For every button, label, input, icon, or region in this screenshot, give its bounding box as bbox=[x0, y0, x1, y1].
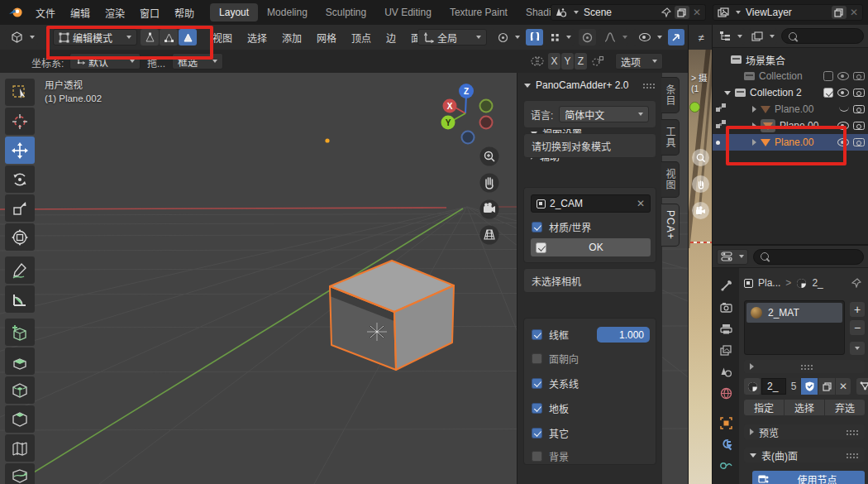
ok-button[interactable]: OK bbox=[531, 238, 651, 256]
symmetry-icon[interactable] bbox=[531, 55, 544, 67]
material-slot-row[interactable]: 2_MAT bbox=[746, 303, 842, 323]
outliner-display-mode-dropdown[interactable] bbox=[717, 28, 745, 45]
viewport-nav-buttons[interactable] bbox=[478, 146, 501, 253]
tab-layout[interactable]: Layout bbox=[210, 3, 258, 22]
menu-edit[interactable]: 编辑 bbox=[63, 3, 98, 22]
tab-render-properties[interactable] bbox=[713, 296, 739, 318]
loop-cut-tool[interactable] bbox=[5, 434, 35, 462]
copy-material-button[interactable] bbox=[818, 378, 835, 395]
preview-panel-header[interactable]: 预览 bbox=[744, 424, 865, 439]
tab-modeling[interactable]: Modeling bbox=[258, 3, 317, 22]
menu-vertex[interactable]: 顶点 bbox=[344, 28, 379, 46]
outliner-search[interactable] bbox=[781, 28, 864, 44]
drag-label[interactable]: 拖... bbox=[147, 55, 165, 69]
expand-icon[interactable] bbox=[752, 139, 756, 146]
snap-settings-icon[interactable] bbox=[592, 55, 604, 66]
breadcrumb-object[interactable]: Pla... bbox=[758, 277, 780, 289]
knife-tool[interactable] bbox=[5, 463, 35, 484]
mini-zoom-button[interactable] bbox=[692, 149, 709, 166]
outliner-row-plane-b[interactable]: Plane.00 bbox=[713, 117, 868, 134]
menu-window[interactable]: 窗口 bbox=[132, 3, 167, 22]
tab-viewlayer-properties[interactable] bbox=[713, 339, 739, 361]
cursor-tool[interactable] bbox=[5, 108, 35, 135]
extrude-region-tool[interactable] bbox=[5, 347, 35, 375]
scene-icon[interactable] bbox=[556, 7, 567, 17]
hide-eye-icon[interactable] bbox=[837, 72, 849, 80]
assign-button[interactable]: 指定 bbox=[744, 400, 784, 415]
scale-tool[interactable] bbox=[5, 194, 35, 222]
hide-eye-icon[interactable] bbox=[837, 122, 849, 130]
inset-faces-tool[interactable] bbox=[5, 376, 35, 404]
menu-edge[interactable]: 边 bbox=[379, 28, 403, 46]
proportional-edit-button[interactable] bbox=[579, 29, 596, 46]
relation-lines-checkbox[interactable] bbox=[532, 378, 542, 389]
properties-search[interactable] bbox=[753, 249, 864, 265]
vertex-select-button[interactable] bbox=[141, 29, 159, 46]
clear-camera-icon[interactable]: ✕ bbox=[637, 199, 645, 208]
remove-slot-button[interactable]: − bbox=[850, 320, 865, 335]
outliner-row-collection1[interactable]: Collection bbox=[713, 68, 868, 84]
tweak-select-tool[interactable] bbox=[5, 79, 35, 106]
mode-dropdown[interactable]: 编辑模式 bbox=[53, 29, 137, 46]
viewport-3d[interactable]: 用户透视 (1) Plane.002 Z X Y bbox=[0, 73, 688, 484]
transform-tool[interactable] bbox=[5, 223, 35, 251]
floor-row[interactable]: 地板 bbox=[532, 401, 569, 415]
material-name-field[interactable]: 2_ bbox=[761, 378, 786, 395]
move-tool[interactable] bbox=[5, 137, 35, 164]
menu-mesh[interactable]: 网格 bbox=[309, 28, 344, 46]
wireframe-checkbox[interactable] bbox=[532, 329, 542, 340]
breadcrumb-material[interactable]: 2_ bbox=[812, 277, 823, 289]
tab-uv-editing[interactable]: UV Editing bbox=[375, 3, 441, 22]
tab-scene-properties[interactable] bbox=[713, 361, 739, 382]
blender-logo-icon[interactable] bbox=[8, 7, 23, 18]
disable-render-icon[interactable] bbox=[853, 89, 865, 97]
language-dropdown[interactable]: 简体中文 bbox=[559, 106, 649, 122]
drag-mode-dropdown[interactable]: 框选 bbox=[172, 53, 223, 69]
tab-physics-properties[interactable] bbox=[713, 455, 739, 477]
expand-icon[interactable] bbox=[724, 91, 731, 95]
use-nodes-button[interactable]: 使用节点 bbox=[752, 471, 865, 484]
material-world-checkbox[interactable] bbox=[532, 222, 542, 232]
tab-output-properties[interactable] bbox=[713, 318, 739, 339]
others-row[interactable]: 其它 bbox=[532, 426, 569, 440]
viewlayer-dropdown-chevron[interactable] bbox=[736, 11, 741, 14]
mini-pan-button[interactable] bbox=[692, 175, 709, 193]
pano-panel-header[interactable]: PanoCamAdder+ 2.0 bbox=[517, 73, 662, 91]
new-viewlayer-icon[interactable] bbox=[832, 6, 847, 19]
wireframe-row[interactable]: 线框 1.000 bbox=[532, 327, 650, 343]
add-slot-button[interactable]: + bbox=[850, 302, 865, 317]
viewlayer-icon[interactable] bbox=[718, 7, 729, 17]
disable-render-icon[interactable] bbox=[853, 122, 865, 130]
tab-tool-properties[interactable] bbox=[713, 275, 739, 296]
gizmos-toggle-button[interactable] bbox=[668, 29, 684, 46]
hide-eye-icon[interactable] bbox=[837, 138, 849, 146]
tab-texture-paint[interactable]: Texture Paint bbox=[441, 3, 517, 22]
snap-toggle-button[interactable] bbox=[526, 29, 543, 46]
viewlayer-name[interactable]: ViewLayer bbox=[744, 7, 828, 18]
users-count-badge[interactable]: 5 bbox=[787, 378, 800, 395]
axis-z-button[interactable]: Z bbox=[575, 53, 587, 69]
rotate-tool[interactable] bbox=[5, 165, 35, 193]
menu-select[interactable]: 选择 bbox=[240, 28, 274, 46]
outliner-filter-dropdown[interactable] bbox=[749, 28, 777, 45]
pin-icon[interactable] bbox=[851, 278, 861, 288]
others-checkbox[interactable] bbox=[532, 428, 542, 438]
disable-render-icon[interactable] bbox=[853, 138, 865, 146]
tab-object-properties[interactable] bbox=[713, 412, 739, 434]
fake-user-shield-button[interactable] bbox=[801, 378, 818, 395]
background-checkbox[interactable] bbox=[532, 451, 542, 462]
floor-checkbox[interactable] bbox=[532, 403, 542, 414]
menu-render[interactable]: 渲染 bbox=[98, 3, 132, 22]
drag-handle-icon[interactable] bbox=[642, 83, 656, 89]
collection-include-checkbox[interactable] bbox=[823, 88, 833, 98]
bevel-tool[interactable] bbox=[5, 405, 35, 433]
menu-help[interactable]: 帮助 bbox=[167, 3, 202, 22]
options-dropdown[interactable]: 选项 bbox=[615, 53, 663, 69]
tab-world-properties[interactable] bbox=[713, 382, 739, 404]
face-orientation-checkbox[interactable] bbox=[532, 353, 542, 364]
slot-specials-button[interactable] bbox=[850, 342, 865, 355]
scene-dropdown-chevron[interactable] bbox=[574, 11, 579, 14]
filter-icon[interactable]: ≠ bbox=[698, 31, 703, 44]
material-browse-button[interactable] bbox=[744, 378, 761, 395]
axis-x-button[interactable]: X bbox=[548, 53, 560, 69]
